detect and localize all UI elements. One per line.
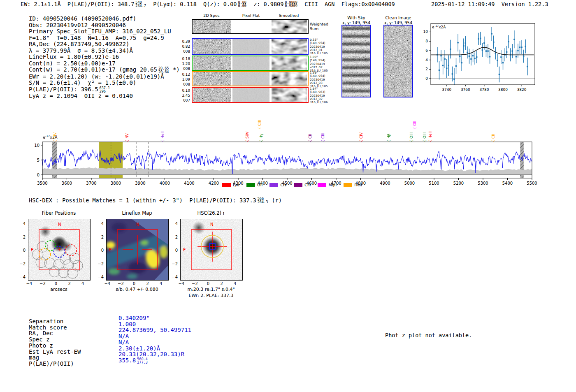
noise-texture xyxy=(232,72,269,86)
data-point xyxy=(491,33,492,34)
spec2d-col-header: Pixel Flat xyxy=(232,13,269,18)
spec2d-row-left-labels: 0.390.82008 xyxy=(179,39,190,54)
header-text: CIII AGN Flags:0x00404009 xyxy=(298,1,395,8)
noise-texture xyxy=(272,72,307,86)
data-point xyxy=(482,49,483,51)
spec2d-left-value: 008 xyxy=(179,82,190,87)
hsc-r-panel-x-tick: 4 xyxy=(231,281,239,286)
noise-texture xyxy=(272,39,307,54)
header-sub: 234.7 xyxy=(135,4,146,7)
info-line: Cont(n) = 2.50(±0.00)e-17 xyxy=(29,60,180,67)
spec2d-image xyxy=(232,88,269,102)
noise-texture xyxy=(193,39,231,54)
info-text: EWr = 2.20(±1.20) (w: -1.20(±0.01)e19)Å xyxy=(29,74,164,80)
info-text: RA,Dec (224.873749,50.499622) xyxy=(29,41,129,48)
y-tick-label: 10 xyxy=(34,143,39,148)
data-point xyxy=(461,62,462,63)
east-label: E xyxy=(183,248,186,252)
match-table-value: 0.340209" xyxy=(118,315,191,321)
sky-stripe xyxy=(342,35,370,38)
data-point xyxy=(525,46,526,47)
photz-note: Phot z plot not available. xyxy=(385,332,472,339)
data-point xyxy=(497,60,498,61)
x-tick-label: 3780 xyxy=(479,88,489,92)
info-line: P(LAE)/P(OII): 396.5637.1296 xyxy=(29,86,180,93)
match-value-fraction: 560.4277.3 xyxy=(137,357,148,364)
match-value-text: N/A xyxy=(118,333,129,339)
legend-item: MgII xyxy=(318,183,337,187)
info-text: Cont(n) = 2.50(±0.00)e-17 xyxy=(29,60,116,67)
legend-label: CIII xyxy=(304,183,311,187)
spec2d-row xyxy=(192,56,309,71)
info-line: S/N = 2.6(±1.4) χ² = 1.5(±0.0) xyxy=(29,80,180,86)
lineflux-map-panel-y-tick: −4 xyxy=(96,275,104,279)
match-table-labels: SeparationMatch scoreRA, DecSpec zPhoto … xyxy=(29,318,81,367)
data-point xyxy=(465,42,466,44)
fiber-positions-panel-xlabel: arcsecs xyxy=(22,287,96,292)
hsc-r-panel-x-tick: −2 xyxy=(190,281,199,286)
data-point xyxy=(502,62,504,63)
fiber-positions-panel-y-tick: −4 xyxy=(18,275,26,279)
spec2d-row xyxy=(192,71,309,86)
data-point xyxy=(442,65,444,66)
sky-stripe-bright xyxy=(342,70,370,72)
hsc-r-panel-y-tick: 0 xyxy=(170,248,178,253)
data-point xyxy=(474,58,475,59)
spectrum-legend: LyαOIICIVCIIIMgIIHeII xyxy=(222,183,369,187)
match-table-label: Photo z xyxy=(29,343,81,349)
spec2d-left-value: 008 xyxy=(179,66,190,71)
spec2d-left-value: 2.45 xyxy=(179,93,190,98)
legend-label: OII xyxy=(257,183,262,187)
info-text: Obs: 20230419v012_4090520046 xyxy=(29,22,126,29)
report-header: EW: 2.1±1.1Å P(LAE)/P(OII): 348.7540234.… xyxy=(21,1,395,8)
sky-stripe-bright xyxy=(342,39,370,41)
emission-line-label: { HeII xyxy=(428,131,433,142)
noise-texture xyxy=(193,88,231,102)
data-point xyxy=(450,49,451,50)
fiber-positions-panel-x-tick: 4 xyxy=(79,281,87,286)
data-point xyxy=(452,73,453,74)
spec2d-col-header: Smoothed xyxy=(270,13,307,18)
neighbor-blob xyxy=(192,221,205,234)
legend-label: Lyα xyxy=(233,183,239,187)
lineflux-map-panel-y-tick: 2 xyxy=(96,235,104,239)
hsc-line-text: HSC-DEX : Possible Matches = 1 (within +… xyxy=(29,197,256,204)
spec2d-col-header: 2D Spec xyxy=(193,13,230,18)
data-point xyxy=(439,70,440,71)
y-tick-label: 8 xyxy=(425,39,428,43)
spec2d-left-value: 1.09 xyxy=(179,77,190,82)
x-tick-label: 3500 xyxy=(37,181,47,186)
spec2d-image xyxy=(193,20,231,33)
spec2d-image xyxy=(193,88,231,102)
legend-item: CIV xyxy=(269,183,287,187)
data-point xyxy=(483,42,485,44)
legend-label: HeII xyxy=(354,183,362,187)
x-tick-label: 3600 xyxy=(62,181,72,186)
spec2d-left-value: 008 xyxy=(179,49,190,54)
legend-item: OII xyxy=(246,183,262,187)
sky-stripe xyxy=(342,43,370,46)
fiber-positions-panel-y-tick: 2 xyxy=(18,235,26,239)
x-tick-label: 3760 xyxy=(461,88,470,92)
flux-blob xyxy=(141,240,148,245)
emission-line-label: { OIII xyxy=(409,132,413,142)
legend-swatch xyxy=(222,183,231,187)
match-table-label: Est LyA rest-EW xyxy=(29,349,81,355)
y-tick-label: 10 xyxy=(423,30,428,34)
x-tick-label: 3800 xyxy=(498,88,508,92)
hsc-line-text: (r) xyxy=(268,197,282,204)
data-point xyxy=(513,39,515,40)
data-point xyxy=(469,56,470,57)
fiber-positions-panel-y-tick: −2 xyxy=(18,262,26,266)
info-line: LyA z = 2.1094 OII z = 0.0140 xyxy=(29,93,180,100)
emission-line-label: { CIV xyxy=(359,132,364,142)
fiber-positions-panel-title: Fiber Positions xyxy=(26,210,92,216)
noise-texture xyxy=(193,72,231,86)
data-point xyxy=(489,56,490,57)
lineflux-map-panel-x-tick: 2 xyxy=(144,281,152,286)
spec2d-row-annotation: 1.64"(149, 963)20230419v012_02316_LU_106 xyxy=(310,87,330,104)
x-tick-label: 5500 xyxy=(527,181,537,186)
legend-item: Lyα xyxy=(222,183,239,187)
data-point xyxy=(459,56,460,57)
hsc-r-panel-title: HSC(26.2) r xyxy=(178,210,244,216)
